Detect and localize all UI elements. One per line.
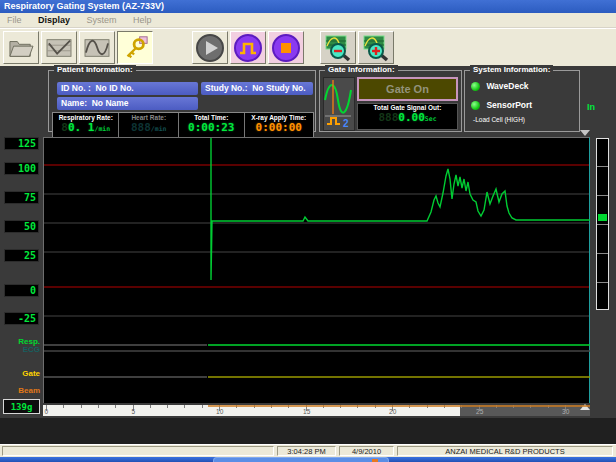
zoom-in-icon	[361, 34, 391, 62]
pulse-icon	[233, 33, 263, 63]
total-time-label: Total Time:	[179, 114, 244, 121]
y-axis-label-75: 75	[4, 191, 39, 204]
ruler-tick-label: 15	[303, 408, 310, 415]
wave-settings-button[interactable]	[41, 31, 77, 64]
y-axis-label-50: 50	[4, 220, 39, 233]
ruler-tick	[184, 405, 185, 408]
gate-wave-icon: 2	[324, 78, 352, 128]
time-ruler[interactable]: 051015202530	[43, 405, 590, 416]
open-folder-button[interactable]	[3, 31, 39, 64]
scroll-marker-top[interactable]	[580, 130, 590, 136]
gauge-level-indicator	[598, 214, 607, 221]
stop-icon	[271, 33, 301, 63]
patient-name-label: Name:	[61, 98, 87, 108]
menu-display[interactable]: Display	[31, 13, 77, 28]
gate-on-button[interactable]: Gate On	[357, 77, 458, 101]
study-no-field: Study No.: No Study No.	[201, 82, 313, 95]
wave-settings-icon	[45, 36, 73, 60]
menu-help[interactable]: Help	[126, 13, 159, 28]
ruler-tick	[81, 405, 82, 408]
window-title: Respiratory Gating System (AZ-733V)	[4, 1, 164, 11]
gate-signal-value: 0.00	[398, 111, 425, 124]
chart-plot-area[interactable]	[43, 137, 590, 403]
ruler-tick	[530, 405, 531, 408]
signal-display-icon	[83, 36, 111, 60]
ruler-tick	[150, 405, 151, 408]
ruler-tick-label: 25	[476, 408, 483, 415]
patient-id-field: ID No. : No ID No.	[57, 82, 198, 95]
scroll-marker-bottom[interactable]	[580, 404, 590, 410]
ruler-tick	[548, 405, 549, 408]
gauge-divider	[597, 195, 608, 196]
menu-file[interactable]: File	[0, 13, 29, 28]
ruler-tick	[323, 405, 324, 408]
gate-signal-label: Total Gate Signal Out:	[358, 104, 457, 111]
menu-system[interactable]: System	[80, 13, 124, 28]
ruler-tick	[167, 405, 168, 408]
respiratory-rate-label: Respiratory Rate:	[53, 114, 118, 121]
signal-display-button[interactable]	[79, 31, 115, 64]
title-bar[interactable]: Respiratory Gating System (AZ-733V)	[0, 0, 616, 13]
ruler-tick	[427, 405, 428, 408]
respiratory-rate-display: Respiratory Rate: 80. 1/min	[53, 113, 119, 138]
wavedeck-status: WaveDeck	[471, 81, 529, 91]
ruler-tick	[461, 405, 462, 408]
ruler-tick	[496, 405, 497, 408]
key-login-button[interactable]	[117, 31, 153, 64]
y-axis-label-100: 100	[4, 162, 39, 175]
ruler-tick	[375, 405, 376, 408]
patient-id-label: ID No. :	[61, 83, 91, 93]
respiratory-rate-value: 0. 1	[68, 121, 95, 134]
xray-apply-time-label: X-ray Apply Time:	[245, 114, 313, 121]
patient-name-field: Name: No Name	[57, 97, 198, 110]
xray-apply-time-display: X-ray Apply Time: 0:00:00	[245, 113, 313, 138]
open-folder-icon	[7, 36, 35, 60]
play-button[interactable]	[192, 31, 228, 64]
gate-mode-icon[interactable]: 2	[323, 77, 355, 131]
elapsed-time-band	[43, 405, 460, 416]
stop-button[interactable]	[268, 31, 304, 64]
y-axis-label-125: 125	[4, 137, 39, 150]
svg-text:2: 2	[343, 118, 349, 128]
patient-information-panel: Patient Information: ID No. : No ID No. …	[48, 70, 316, 132]
gate-pulse-button[interactable]	[230, 31, 266, 64]
ruler-tick	[115, 405, 116, 408]
load-cell-status: -Load Cell (HIGH)	[473, 116, 525, 123]
taskbar-button[interactable]	[213, 457, 389, 462]
load-cell-weight-badge: 139g	[3, 399, 40, 414]
ruler-tick	[357, 405, 358, 408]
system-panel-legend: System Information:	[470, 65, 553, 74]
patient-id-value: No ID No.	[95, 83, 133, 93]
ruler-tick	[409, 405, 410, 408]
sensorport-status: SensorPort	[471, 100, 532, 110]
gauge-divider	[597, 224, 608, 225]
study-no-value: No Study No.	[252, 83, 305, 93]
ruler-tick	[340, 405, 341, 408]
sensorport-led-icon	[471, 101, 480, 110]
ruler-tick-label: 20	[389, 408, 396, 415]
beam-row-label: Beam	[0, 386, 40, 395]
app-window: Respiratory Gating System (AZ-733V) File…	[0, 0, 616, 462]
ruler-tick-label: 5	[132, 408, 136, 415]
zoom-out-button[interactable]	[320, 31, 356, 64]
gauge-divider	[597, 166, 608, 167]
y-axis-label-minus25: -25	[4, 312, 39, 325]
status-brand: ANZAI MEDICAL R&D PRODUCTS	[397, 446, 613, 456]
gate-information-panel: Gate Information: 2 Gate On Total Gate S…	[319, 70, 462, 132]
gate-signal-display: Total Gate Signal Out: 8880.00Sec	[357, 103, 458, 130]
ruler-tick	[202, 405, 203, 408]
signal-level-gauge[interactable]	[596, 138, 609, 310]
study-no-label: Study No.:	[205, 83, 248, 93]
ruler-tick	[444, 405, 445, 408]
ruler-tick	[288, 405, 289, 408]
wavedeck-label: WaveDeck	[486, 81, 528, 91]
ruler-tick	[236, 405, 237, 408]
status-bar: 3:04:28 PM 4/9/2010 ANZAI MEDICAL R&D PR…	[0, 444, 616, 457]
system-information-panel: System Information: WaveDeck SensorPort …	[464, 70, 580, 132]
y-axis-label-0: 0	[4, 284, 39, 297]
zoom-in-button[interactable]	[358, 31, 394, 64]
menu-bar: File Display System Help	[0, 13, 616, 28]
heart-rate-label: Heart Rate:	[119, 114, 178, 121]
ruler-tick-label: 30	[562, 408, 569, 415]
ruler-tick-label: 0	[45, 408, 49, 415]
